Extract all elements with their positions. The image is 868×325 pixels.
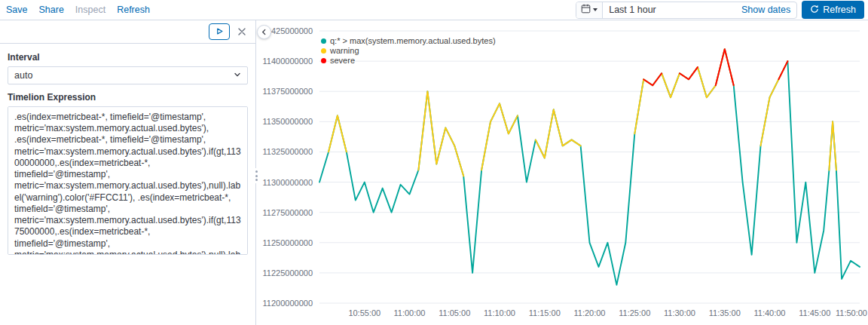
interval-label: Interval — [8, 52, 248, 63]
share-button[interactable]: Share — [39, 5, 64, 15]
calendar-icon — [581, 4, 591, 16]
play-icon — [215, 26, 224, 38]
refresh-button-label: Refresh — [823, 5, 856, 15]
svg-text:11225000000: 11225000000 — [263, 268, 313, 277]
svg-text:11:00:00: 11:00:00 — [393, 308, 425, 317]
legend-label: q:* > max(system.memory.actual.used.byte… — [330, 36, 496, 46]
refresh-icon — [810, 5, 819, 16]
date-picker: Last 1 hour Show dates — [576, 2, 797, 19]
svg-text:11:10:00: 11:10:00 — [484, 308, 515, 317]
svg-text:11:45:00: 11:45:00 — [799, 308, 830, 317]
chevron-left-icon — [261, 26, 267, 38]
time-range-value[interactable]: Last 1 hour — [603, 5, 735, 15]
chevron-down-icon — [234, 70, 241, 81]
expression-label: Timelion Expression — [8, 92, 248, 103]
legend-item-series: q:* > max(system.memory.actual.used.byte… — [321, 36, 496, 46]
svg-text:11300000000: 11300000000 — [263, 178, 313, 187]
caret-down-icon — [593, 8, 598, 11]
legend-item-warning: warning — [321, 46, 496, 56]
main-area: Interval auto Timelion Expression .es(in… — [0, 20, 868, 325]
timelion-editor-panel: Interval auto Timelion Expression .es(in… — [0, 20, 256, 325]
svg-text:11325000000: 11325000000 — [263, 147, 313, 156]
refresh-menu-button[interactable]: Refresh — [117, 5, 150, 15]
legend-item-severe: severe — [321, 56, 496, 66]
quick-select-button[interactable] — [576, 2, 603, 18]
svg-text:11:30:00: 11:30:00 — [664, 308, 695, 317]
line-chart-plot[interactable]: 1120000000011225000000112500000001127500… — [256, 20, 868, 325]
svg-text:11:05:00: 11:05:00 — [439, 308, 470, 317]
legend-label: severe — [330, 56, 355, 66]
svg-text:11:35:00: 11:35:00 — [709, 308, 741, 317]
collapse-panel-button[interactable] — [257, 25, 271, 39]
editor-form: Interval auto Timelion Expression .es(in… — [0, 44, 255, 264]
svg-text:11:40:00: 11:40:00 — [753, 308, 785, 317]
refresh-button[interactable]: Refresh — [802, 1, 864, 19]
panel-resize-handle[interactable] — [253, 168, 260, 183]
interval-value: auto — [14, 70, 32, 81]
top-toolbar: Save Share Inspect Refresh Last 1 hour S… — [0, 0, 868, 20]
svg-text:11:15:00: 11:15:00 — [529, 308, 561, 317]
svg-text:11:25:00: 11:25:00 — [619, 308, 650, 317]
show-dates-button[interactable]: Show dates — [735, 5, 796, 15]
warning-color-dot — [321, 48, 326, 54]
svg-text:11275000000: 11275000000 — [263, 208, 313, 217]
close-icon[interactable] — [237, 27, 246, 36]
svg-text:11:20:00: 11:20:00 — [573, 308, 605, 317]
editor-toolbar — [0, 20, 255, 44]
severe-color-dot — [321, 58, 326, 63]
interval-select[interactable]: auto — [8, 66, 248, 84]
svg-text:11250000000: 11250000000 — [263, 238, 313, 247]
legend-label: warning — [330, 46, 359, 56]
run-expression-button[interactable] — [209, 23, 230, 40]
timelion-chart[interactable]: q:* > max(system.memory.actual.used.byte… — [256, 20, 868, 325]
series-color-dot — [321, 38, 326, 44]
save-button[interactable]: Save — [6, 5, 28, 15]
inspect-button[interactable]: Inspect — [75, 5, 105, 15]
svg-text:11:50:00: 11:50:00 — [836, 308, 867, 317]
time-controls: Last 1 hour Show dates Refresh — [576, 1, 864, 19]
svg-text:11350000000: 11350000000 — [263, 117, 313, 126]
svg-text:11375000000: 11375000000 — [263, 87, 313, 96]
svg-text:11200000000: 11200000000 — [263, 299, 313, 308]
timelion-expression-input[interactable]: .es(index=metricbeat-*, timefield='@time… — [8, 106, 248, 255]
svg-text:10:55:00: 10:55:00 — [348, 308, 381, 317]
svg-text:11400000000: 11400000000 — [263, 57, 313, 66]
chart-legend: q:* > max(system.memory.actual.used.byte… — [321, 36, 496, 66]
app-menu: Save Share Inspect Refresh — [6, 5, 161, 15]
